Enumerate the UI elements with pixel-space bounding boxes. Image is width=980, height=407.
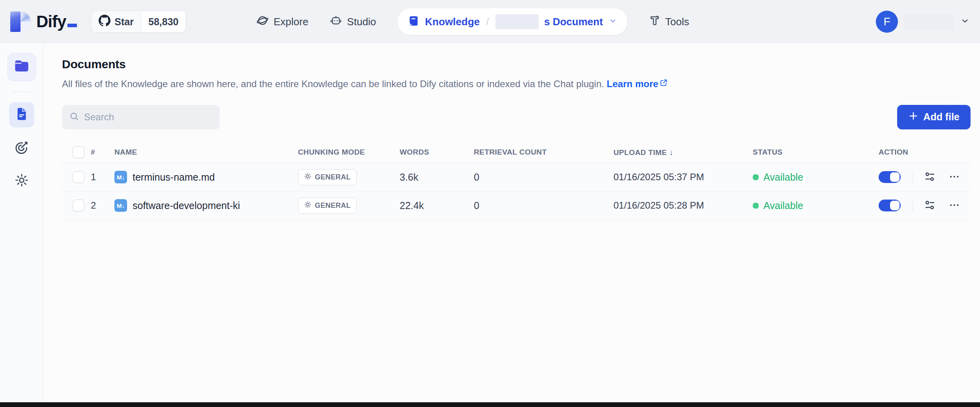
sidebar-divider <box>12 91 31 92</box>
file-name[interactable]: terminus-name.md <box>133 172 215 183</box>
add-file-label: Add file <box>923 111 959 123</box>
enable-toggle[interactable] <box>879 200 901 211</box>
upload-time: 01/16/2025 05:28 PM <box>613 200 753 211</box>
book-icon <box>408 15 419 28</box>
nav-tools[interactable]: Tools <box>649 15 689 29</box>
breadcrumb-separator: / <box>485 16 490 28</box>
breadcrumb-knowledge[interactable]: Knowledge <box>425 16 480 28</box>
dify-logo-icon <box>10 11 31 32</box>
learn-more-link[interactable]: Learn more <box>607 77 668 91</box>
row-index: 2 <box>91 200 114 211</box>
status-dot-icon <box>753 174 759 180</box>
redacted-knowledge-name <box>495 14 539 29</box>
markdown-file-icon: M↓ <box>114 171 127 183</box>
row-checkbox[interactable] <box>73 200 84 211</box>
dify-app: Dify Star 58,830 <box>0 0 980 407</box>
row-checkbox[interactable] <box>73 171 84 183</box>
column-header-action: ACTION <box>879 148 971 157</box>
file-name[interactable]: software-development-ki <box>133 200 240 211</box>
sort-desc-icon[interactable]: ↓ <box>669 148 673 157</box>
hit-testing-icon <box>14 139 30 157</box>
documents-toolbar: Add file <box>62 105 971 129</box>
sidebar-item-settings[interactable] <box>9 168 34 194</box>
window-bottom-edge <box>0 402 980 407</box>
column-header-words: WORDS <box>400 148 474 157</box>
sliders-icon <box>924 199 936 212</box>
column-header-status: STATUS <box>753 148 879 157</box>
sidebar-item-documents[interactable] <box>9 102 34 127</box>
star-label: Star <box>114 16 134 28</box>
retrieval-count: 0 <box>474 172 613 183</box>
chevron-down-icon[interactable] <box>608 17 617 27</box>
logo-underscore <box>67 24 77 27</box>
action-divider <box>913 171 913 183</box>
add-file-button[interactable]: Add file <box>897 105 971 129</box>
page-description-text: All files of the Knowledge are shown her… <box>62 78 604 89</box>
gear-icon <box>14 173 29 189</box>
nav-tools-label: Tools <box>665 16 689 28</box>
search-input[interactable] <box>84 112 213 123</box>
planet-icon <box>256 14 269 30</box>
knowledge-sidebar <box>0 43 44 407</box>
ellipsis-icon <box>948 171 960 184</box>
top-nav: Dify Star 58,830 <box>0 0 980 43</box>
nav-studio-label: Studio <box>347 16 376 28</box>
account-area[interactable]: F <box>876 11 970 33</box>
column-header-name: NAME <box>114 148 298 157</box>
select-all-checkbox[interactable] <box>73 146 84 158</box>
markdown-file-icon: M↓ <box>114 199 127 212</box>
document-settings-button[interactable] <box>922 198 937 214</box>
github-star-button[interactable]: Star 58,830 <box>91 11 186 33</box>
search-box[interactable] <box>62 105 220 129</box>
status-badge: Available <box>753 200 879 211</box>
column-header-upload-time[interactable]: UPLOAD TIME↓ <box>613 148 753 157</box>
sidebar-knowledge-base-tile[interactable] <box>7 53 36 81</box>
chunking-mode-label: GENERAL <box>315 202 351 210</box>
ellipsis-icon <box>948 199 960 212</box>
folder-icon <box>13 58 30 76</box>
dify-logo[interactable]: Dify <box>10 11 77 32</box>
more-actions-button[interactable] <box>947 169 962 185</box>
chunking-mode-badge: GENERAL <box>298 198 357 214</box>
robot-icon <box>330 14 342 30</box>
redacted-account-name <box>904 13 954 30</box>
page-title: Documents <box>62 58 971 71</box>
column-header-chunking-mode: CHUNKING MODE <box>298 148 400 157</box>
breadcrumb-current-document[interactable]: s Document <box>544 16 603 28</box>
account-chevron-down-icon[interactable] <box>960 16 970 27</box>
row-index: 1 <box>91 172 114 183</box>
nav-studio[interactable]: Studio <box>330 14 376 30</box>
sidebar-item-hit-testing[interactable] <box>9 135 34 161</box>
star-count: 58,830 <box>141 11 185 32</box>
table-row[interactable]: 2 M↓ software-development-ki GENERAL 22.… <box>62 192 971 220</box>
dify-logo-text: Dify <box>36 12 77 31</box>
table-header-row: # NAME CHUNKING MODE WORDS RETRIEVAL COU… <box>62 142 971 163</box>
words-count: 22.4k <box>400 200 474 211</box>
external-link-icon <box>659 77 668 91</box>
nav-explore-label: Explore <box>273 16 308 28</box>
words-count: 3.6k <box>400 172 474 183</box>
sliders-icon <box>924 171 936 184</box>
document-icon <box>15 107 29 123</box>
search-icon <box>69 111 79 123</box>
avatar[interactable]: F <box>876 11 898 33</box>
status-text: Available <box>763 200 803 211</box>
page-description: All files of the Knowledge are shown her… <box>62 77 971 91</box>
nav-explore[interactable]: Explore <box>256 14 308 30</box>
upload-time: 01/16/2025 05:37 PM <box>613 172 753 183</box>
action-divider <box>913 199 913 212</box>
table-body: 1 M↓ terminus-name.md GENERAL 3.6k 0 01/… <box>62 163 971 220</box>
document-settings-button[interactable] <box>922 169 937 185</box>
chunk-gear-icon <box>304 201 312 211</box>
toggle-knob <box>890 201 900 210</box>
tools-hammer-icon <box>649 15 660 29</box>
main-nav: Explore Studio <box>256 0 689 43</box>
documents-page: Documents All files of the Knowledge are… <box>44 43 980 407</box>
table-row[interactable]: 1 M↓ terminus-name.md GENERAL 3.6k 0 01/… <box>62 163 971 192</box>
enable-toggle[interactable] <box>879 171 901 183</box>
more-actions-button[interactable] <box>947 198 962 214</box>
learn-more-label: Learn more <box>607 77 658 91</box>
column-header-retrieval-count: RETRIEVAL COUNT <box>474 148 613 157</box>
knowledge-breadcrumb-pill[interactable]: Knowledge / s Document <box>397 8 627 35</box>
toggle-knob <box>890 172 900 182</box>
